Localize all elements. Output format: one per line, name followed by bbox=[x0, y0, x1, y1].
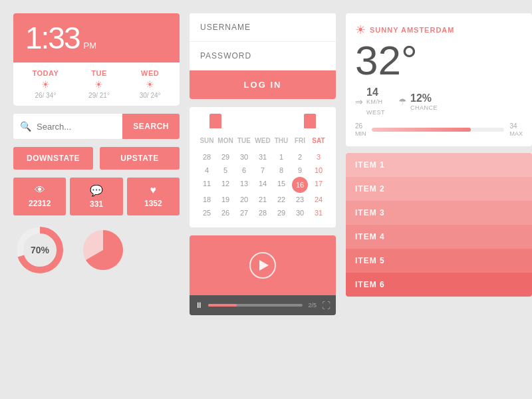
calendar-cell[interactable]: 31 bbox=[309, 206, 328, 219]
calendar-cell[interactable]: 29 bbox=[272, 206, 291, 219]
cal-header-sun: SUN bbox=[198, 135, 216, 146]
calendar-cell[interactable]: 14 bbox=[253, 177, 272, 193]
calendar-cell[interactable]: 4 bbox=[198, 164, 216, 177]
calendar-cell[interactable]: 3 bbox=[309, 150, 328, 164]
calendar-cell[interactable]: 16 bbox=[292, 177, 308, 193]
cal-header-wed: WED bbox=[253, 135, 272, 146]
search-input[interactable] bbox=[37, 122, 116, 132]
calendar-row: 25262728293031 bbox=[198, 206, 328, 219]
search-icon: 🔍 bbox=[20, 121, 31, 132]
weather-widget: 1:33 PM TODAY ☀ 26/ 34° TUE ☀ 29/ 21° WE… bbox=[13, 13, 180, 106]
search-input-area: 🔍 bbox=[13, 121, 122, 132]
list-item-6[interactable]: ITEM 6 bbox=[346, 273, 532, 297]
calendar-cell[interactable]: 6 bbox=[235, 164, 253, 177]
fullscreen-icon[interactable]: ⛶ bbox=[322, 301, 331, 311]
progress-bar[interactable] bbox=[208, 304, 303, 307]
day-temp-tue: 29/ 21° bbox=[88, 92, 110, 99]
calendar-cell[interactable]: 22 bbox=[272, 193, 291, 206]
calendar-cell[interactable]: 1 bbox=[272, 150, 291, 164]
amsterdam-sun-icon: ☀ bbox=[355, 23, 366, 37]
calendar-cell[interactable]: 17 bbox=[309, 177, 328, 193]
list-item-2[interactable]: ITEM 2 bbox=[346, 177, 532, 201]
calendar-cell[interactable]: 11 bbox=[198, 177, 216, 193]
play-area[interactable] bbox=[190, 235, 336, 295]
play-button[interactable] bbox=[249, 252, 276, 279]
calendar-cell[interactable]: 2 bbox=[291, 150, 309, 164]
calendar-cell[interactable]: 21 bbox=[253, 193, 272, 206]
calendar-tab-left bbox=[209, 114, 221, 128]
calendar-cell[interactable]: 30 bbox=[235, 150, 253, 164]
calendar-grid: SUN MON TUE WED THU FRI SAT 282930311234… bbox=[196, 134, 329, 221]
list-item-1[interactable]: ITEM 1 bbox=[346, 153, 532, 177]
day-temp-today: 26/ 34° bbox=[35, 92, 56, 99]
search-bar: 🔍 SearCH bbox=[13, 114, 180, 139]
calendar-cell[interactable]: 19 bbox=[216, 193, 235, 206]
eye-icon: 👁 bbox=[35, 184, 45, 196]
calendar-cell[interactable]: 24 bbox=[309, 193, 328, 206]
umbrella-icon: ☂ bbox=[398, 96, 407, 107]
toggle-row: DOWNSTATE UPSTATE bbox=[13, 147, 180, 170]
amsterdam-header: ☀ SUNNY AMSTERDAM bbox=[355, 23, 523, 37]
stats-row: 👁 22312 💬 331 ♥ 1352 bbox=[13, 178, 180, 215]
calendar-tab-right bbox=[304, 114, 316, 128]
stat-likes: ♥ 1352 bbox=[127, 178, 180, 215]
calendar-cell[interactable]: 8 bbox=[272, 164, 291, 177]
calendar-cell[interactable]: 5 bbox=[216, 164, 235, 177]
calendar-cell[interactable]: 15 bbox=[272, 177, 291, 193]
stat-comments-value: 331 bbox=[90, 200, 103, 209]
amsterdam-temperature: 32° bbox=[355, 40, 523, 81]
stat-views: 👁 22312 bbox=[13, 178, 66, 215]
calendar-row: 11121314151617 bbox=[198, 177, 328, 193]
calendar-cell[interactable]: 7 bbox=[253, 164, 272, 177]
rain-value: 12% bbox=[410, 92, 432, 104]
calendar-cell[interactable]: 27 bbox=[235, 206, 253, 219]
downstate-button[interactable]: DOWNSTATE bbox=[13, 147, 93, 170]
calendar-cell[interactable]: 30 bbox=[291, 206, 309, 219]
calendar-cell[interactable]: 23 bbox=[291, 193, 309, 206]
calendar-cell[interactable]: 28 bbox=[253, 206, 272, 219]
calendar-cell[interactable]: 9 bbox=[291, 164, 309, 177]
amsterdam-city-name: SUNNY AMSTERDAM bbox=[370, 26, 454, 34]
stat-likes-value: 1352 bbox=[144, 199, 162, 208]
day-label-wed: WED bbox=[141, 69, 159, 77]
amsterdam-rain-info: 12% CHANCE bbox=[410, 92, 438, 111]
pie-svg bbox=[76, 223, 130, 277]
list-item-4[interactable]: ITEM 4 bbox=[346, 225, 532, 249]
calendar-cell[interactable]: 31 bbox=[253, 150, 272, 164]
username-field[interactable] bbox=[190, 13, 336, 42]
calendar-cell[interactable]: 26 bbox=[216, 206, 235, 219]
calendar-cell[interactable]: 10 bbox=[309, 164, 328, 177]
pie-chart bbox=[76, 223, 130, 277]
amsterdam-temp-range: 26 MIN 34 MAX bbox=[355, 122, 523, 137]
calendar-row: 18192021222324 bbox=[198, 193, 328, 206]
left-column: 1:33 PM TODAY ☀ 26/ 34° TUE ☀ 29/ 21° WE… bbox=[13, 13, 180, 332]
calendar-cell[interactable]: 18 bbox=[198, 193, 216, 206]
login-form: LOG IN bbox=[190, 13, 336, 99]
temp-range-fill bbox=[372, 128, 471, 132]
calendar-cell[interactable]: 12 bbox=[216, 177, 235, 193]
pause-button[interactable]: ⏸ bbox=[195, 301, 203, 310]
weather-days-row: TODAY ☀ 26/ 34° TUE ☀ 29/ 21° WED ☀ 30/ … bbox=[13, 63, 180, 106]
amsterdam-weather-widget: ☀ SUNNY AMSTERDAM 32° ⇒ 14 KM/H WEST bbox=[346, 13, 532, 146]
calendar-cell[interactable]: 29 bbox=[216, 150, 235, 164]
login-button[interactable]: LOG IN bbox=[190, 70, 336, 99]
password-field[interactable] bbox=[190, 42, 336, 70]
calendar-header: SUN MON TUE WED THU FRI SAT bbox=[198, 135, 328, 146]
temp-min-value: 26 bbox=[355, 122, 362, 130]
weather-day-today: TODAY ☀ 26/ 34° bbox=[32, 69, 59, 99]
calendar-cell[interactable]: 28 bbox=[198, 150, 216, 164]
temp-max-sublabel: MAX bbox=[509, 130, 523, 137]
calendar-cell[interactable]: 13 bbox=[235, 177, 253, 193]
video-player: ⏸ 2/5 ⛶ bbox=[190, 235, 336, 315]
cal-header-mon: MON bbox=[216, 135, 235, 146]
weather-time-display: 1:33 PM bbox=[13, 13, 180, 63]
calendar-body: 2829303112345678910111213141516171819202… bbox=[198, 150, 328, 219]
upstate-button[interactable]: UPSTATE bbox=[100, 147, 180, 170]
calendar-cell[interactable]: 20 bbox=[235, 193, 253, 206]
calendar-cell[interactable]: 25 bbox=[198, 206, 216, 219]
search-button[interactable]: SearCH bbox=[122, 114, 180, 139]
list-item-5[interactable]: ITEM 5 bbox=[346, 249, 532, 273]
list-item-3[interactable]: ITEM 3 bbox=[346, 201, 532, 225]
weather-day-tue: TUE ☀ 29/ 21° bbox=[88, 69, 110, 99]
sun-icon-wed: ☀ bbox=[146, 79, 154, 90]
